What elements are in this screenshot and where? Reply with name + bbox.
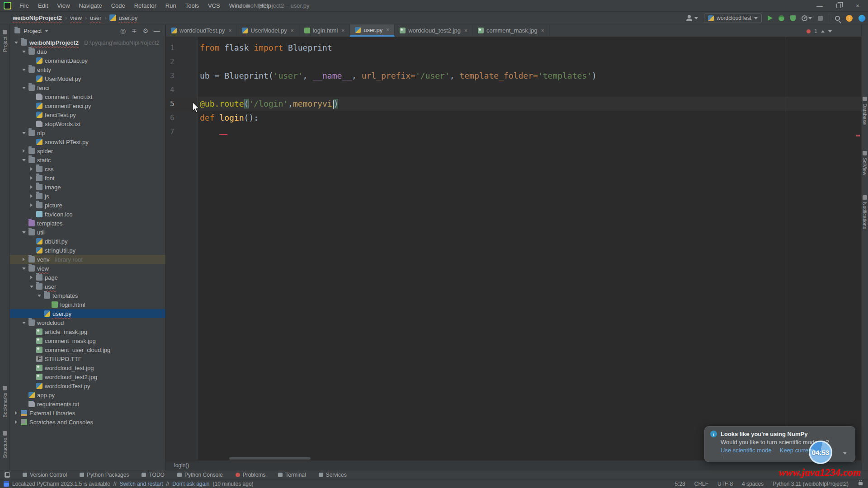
tree-item-fenci[interactable]: fenci — [10, 83, 165, 92]
chevron-down-icon[interactable] — [45, 30, 48, 32]
toolwindow-terminal[interactable]: Terminal — [278, 472, 306, 478]
tab-usermodel-py[interactable]: UserModel.py× — [237, 24, 299, 37]
tool-stripe-project[interactable]: Project — [0, 30, 9, 52]
chevron-expanded-icon[interactable] — [14, 42, 19, 44]
code-column[interactable]: from flask import Blueprintub = Blueprin… — [198, 37, 861, 460]
tab-wordcloud-test2-jpg[interactable]: wordcloud_test2.jpg× — [395, 24, 473, 37]
indent-style[interactable]: 4 spaces — [742, 481, 764, 487]
chevron-collapsed-icon[interactable] — [29, 185, 34, 189]
run-configuration-select[interactable]: wordcloudTest — [704, 14, 762, 23]
chevron-collapsed-icon[interactable] — [14, 420, 19, 424]
tree-item-usermodel-py[interactable]: UserModel.py — [10, 74, 165, 83]
tree-item-stringutil-py[interactable]: stringUtil.py — [10, 246, 165, 255]
coverage-button[interactable] — [790, 15, 796, 21]
chevron-expanded-icon[interactable] — [21, 132, 26, 134]
use-scientific-mode-link[interactable]: Use scientific mode — [721, 447, 772, 454]
menu-code[interactable]: Code — [108, 1, 129, 10]
tree-item-wordcloud-test2-jpg[interactable]: wordcloud_test2.jpg — [10, 372, 165, 381]
tree-item-wordcloud[interactable]: wordcloud — [10, 318, 165, 327]
breadcrumb-item[interactable]: user — [90, 14, 101, 21]
tree-item-dao[interactable]: dao — [10, 47, 165, 56]
file-encoding[interactable]: UTF-8 — [717, 481, 733, 487]
tree-item-page[interactable]: page — [10, 273, 165, 282]
dont-ask-again-link[interactable]: Don't ask again — [172, 481, 209, 487]
toolwindow-todo[interactable]: TODO — [142, 472, 164, 478]
tree-item-stopwords-txt[interactable]: stopWords.txt — [10, 119, 165, 128]
toolwindow-problems[interactable]: Problems — [236, 472, 266, 478]
tab-close-icon[interactable]: × — [464, 28, 467, 34]
tree-item-scratches-and-consoles[interactable]: Scratches and Consoles — [10, 418, 165, 427]
toolwindow-services[interactable]: Services — [319, 472, 347, 478]
breadcrumb-item[interactable]: weiboNlpProject2 — [13, 14, 62, 21]
tree-item-app-py[interactable]: app.py — [10, 390, 165, 399]
inspection-widget[interactable]: 1 — [807, 28, 832, 34]
minimize-icon[interactable]: — — [816, 3, 823, 9]
switch-and-restart-link[interactable]: Switch and restart — [119, 481, 163, 487]
tool-stripe-bookmarks[interactable]: Bookmarks — [0, 386, 9, 418]
prev-error-icon[interactable] — [821, 30, 825, 33]
next-error-icon[interactable] — [828, 30, 832, 33]
chevron-expanded-icon[interactable] — [21, 159, 26, 161]
tab-comment-mask-jpg[interactable]: comment_mask.jpg× — [473, 24, 550, 37]
tree-item-spider[interactable]: spider — [10, 146, 165, 155]
chevron-expanded-icon[interactable] — [21, 69, 26, 71]
tree-item-venv[interactable]: venvlibrary root — [10, 255, 165, 264]
debug-button[interactable] — [778, 15, 784, 21]
tree-item-login-html[interactable]: login.html — [10, 300, 165, 309]
tab-user-py[interactable]: user.py× — [350, 24, 395, 37]
close-icon[interactable]: × — [854, 3, 861, 9]
caret-position[interactable]: 5:28 — [675, 481, 685, 487]
tree-item-wordcloud-test-jpg[interactable]: wordcloud_test.jpg — [10, 363, 165, 372]
error-stripe-mark[interactable] — [856, 135, 860, 136]
tab-close-icon[interactable]: × — [386, 27, 389, 33]
panel-settings-button[interactable]: ⚙ — [142, 27, 150, 34]
chevron-collapsed-icon[interactable] — [29, 176, 34, 180]
tree-item-comment-mask-jpg[interactable]: comment_mask.jpg — [10, 336, 165, 345]
chevron-expanded-icon[interactable] — [21, 87, 26, 89]
tree-item-snownlptest-py[interactable]: snowNLPTest.py — [10, 137, 165, 146]
tree-item-comment-user-cloud-jpg[interactable]: comment_user_cloud.jpg — [10, 345, 165, 354]
menu-edit[interactable]: Edit — [34, 1, 52, 10]
tree-item-static[interactable]: static — [10, 155, 165, 164]
tree-item-commentfenci-py[interactable]: commentFenci.py — [10, 101, 165, 110]
readonly-lock-icon[interactable] — [859, 482, 863, 485]
tree-item-wordcloudtest-py[interactable]: wordcloudTest.py — [10, 381, 165, 390]
menu-vcs[interactable]: VCS — [204, 1, 224, 10]
menu-run[interactable]: Run — [162, 1, 180, 10]
breadcrumb-item[interactable]: user.py — [109, 14, 137, 21]
toolwindow-python-packages[interactable]: Python Packages — [80, 472, 129, 478]
chevron-expanded-icon[interactable] — [21, 267, 26, 270]
editor-breadcrumb-item[interactable]: login() — [174, 462, 189, 469]
tab-login-html[interactable]: login.html× — [299, 24, 350, 37]
code-pane[interactable]: 1234567 from flask import Blueprintub = … — [166, 37, 861, 460]
chevron-collapsed-icon[interactable] — [21, 149, 26, 153]
profiler-button[interactable] — [802, 15, 812, 21]
tree-item-picture[interactable]: picture — [10, 201, 165, 210]
tool-stripe-database[interactable]: Database — [862, 97, 868, 125]
tool-stripe-notifications[interactable]: Notifications — [862, 195, 868, 229]
chevron-expanded-icon[interactable] — [29, 286, 34, 288]
search-everywhere-button[interactable] — [835, 16, 840, 21]
tree-item-view[interactable]: view — [10, 264, 165, 273]
chevron-collapsed-icon[interactable] — [14, 411, 19, 415]
update-available-icon[interactable]: ↑ — [846, 15, 853, 22]
tree-item-comment-fenci-txt[interactable]: comment_fenci.txt — [10, 92, 165, 101]
tree-item-commentdao-py[interactable]: commentDao.py — [10, 56, 165, 65]
menu-refactor[interactable]: Refactor — [131, 1, 160, 10]
tree-item-css[interactable]: css — [10, 164, 165, 174]
line-separator[interactable]: CRLF — [694, 481, 708, 487]
tree-item-nlp[interactable]: nlp — [10, 128, 165, 137]
tree-item-dbutil-py[interactable]: dbUtil.py — [10, 237, 165, 246]
chevron-expanded-icon[interactable] — [21, 51, 26, 53]
breadcrumb-item[interactable]: view — [70, 14, 82, 21]
chevron-collapsed-icon[interactable] — [29, 167, 34, 171]
tool-stripe-structure[interactable]: Structure — [0, 431, 9, 458]
hide-panel-button[interactable]: — — [153, 27, 161, 34]
tree-item-external-libraries[interactable]: External Libraries — [10, 408, 165, 418]
menu-tools[interactable]: Tools — [182, 1, 203, 10]
chevron-expanded-icon[interactable] — [37, 295, 42, 297]
tree-item-user-py[interactable]: user.py — [10, 309, 165, 318]
tool-window-switcher-icon[interactable] — [5, 472, 10, 478]
python-interpreter[interactable]: Python 3.11 (weiboNlpProject2) — [773, 481, 849, 487]
tree-item-util[interactable]: util — [10, 228, 165, 237]
